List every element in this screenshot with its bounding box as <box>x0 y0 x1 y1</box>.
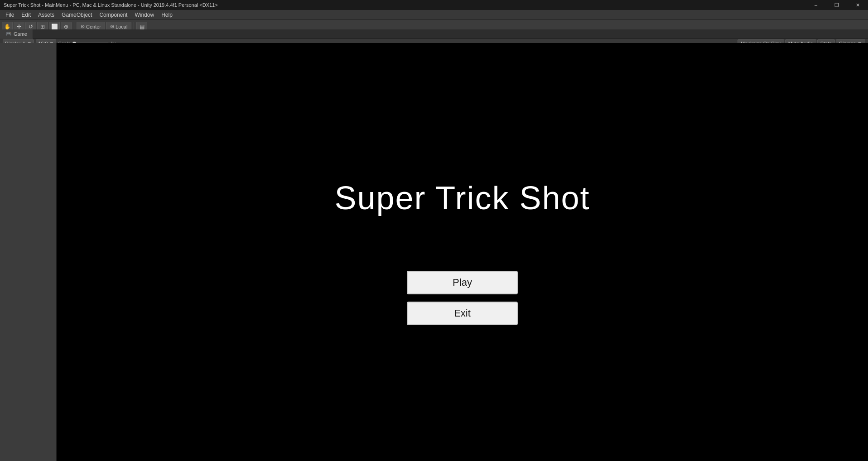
play-game-button[interactable]: Play <box>407 271 518 294</box>
center-icon: ⊙ <box>81 24 85 29</box>
game-canvas: Super Trick Shot Play Exit <box>57 43 868 461</box>
game-buttons: Play Exit <box>407 271 518 325</box>
exit-game-button[interactable]: Exit <box>407 302 518 325</box>
title-bar: Super Trick Shot - MainMenu - PC, Mac & … <box>0 0 868 10</box>
menu-window[interactable]: Window <box>131 11 158 19</box>
menu-component[interactable]: Component <box>96 11 131 19</box>
game-content: Super Trick Shot Play Exit <box>57 43 868 461</box>
title-bar-controls: – ❐ ✕ <box>805 0 868 10</box>
game-tab-icon: 🎮 <box>5 31 12 37</box>
menu-help[interactable]: Help <box>158 11 176 19</box>
game-tab-label: Game <box>14 31 27 37</box>
menu-edit[interactable]: Edit <box>18 11 34 19</box>
game-tabbar: 🎮 Game <box>0 29 868 38</box>
local-label: Local <box>116 24 127 29</box>
game-title: Super Trick Shot <box>334 179 590 216</box>
menu-assets[interactable]: Assets <box>34 11 58 19</box>
left-sidebar <box>0 43 57 461</box>
title-text: Super Trick Shot - MainMenu - PC, Mac & … <box>4 2 218 8</box>
menu-gameobject[interactable]: GameObject <box>58 11 96 19</box>
menu-file[interactable]: File <box>2 11 18 19</box>
close-button[interactable]: ✕ <box>847 0 868 10</box>
menu-bar: File Edit Assets GameObject Component Wi… <box>0 10 868 20</box>
minimize-button[interactable]: – <box>805 0 826 10</box>
restore-button[interactable]: ❐ <box>826 0 847 10</box>
local-icon: ⊛ <box>110 24 114 29</box>
center-label: Center <box>86 24 101 29</box>
game-tab[interactable]: 🎮 Game <box>0 29 33 38</box>
